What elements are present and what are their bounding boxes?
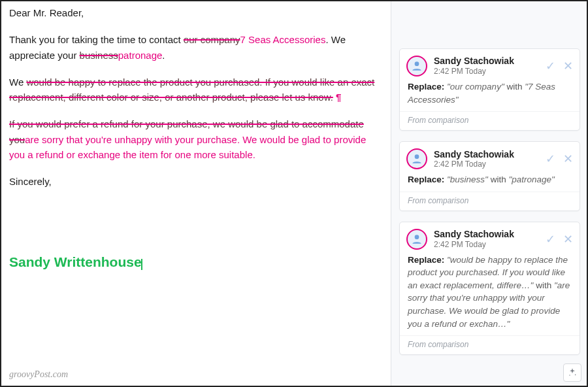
person-icon (410, 152, 423, 165)
comment-footer: From comparison (400, 335, 580, 354)
accept-button[interactable] (546, 60, 555, 72)
reject-button[interactable] (563, 233, 573, 245)
comment-author-block: Sandy Stachowiak 2:42 PM Today (434, 56, 543, 76)
paragraph-3: If you would prefer a refund for your pu… (9, 116, 378, 162)
watermark: groovyPost.com (9, 367, 68, 382)
paragraph-1: Thank you for taking the time to contact… (9, 32, 378, 63)
comment-card[interactable]: Sandy Stachowiak 2:42 PM Today Replace: … (399, 48, 580, 131)
comment-actions (546, 60, 573, 72)
comment-footer: From comparison (400, 111, 580, 130)
comment-card[interactable]: Sandy Stachowiak 2:42 PM Today Replace: … (399, 141, 580, 211)
pilcrow-icon: ¶ (333, 92, 342, 103)
p1-text-pre: Thank you for taking the time to contact (9, 34, 184, 45)
replace-old: "our company" (447, 82, 504, 92)
p1-deletion-1: our company (184, 34, 240, 45)
comment-header: Sandy Stachowiak 2:42 PM Today (400, 222, 580, 254)
replace-new: "patronage" (508, 175, 554, 184)
reject-button[interactable] (563, 153, 573, 165)
avatar (406, 56, 427, 76)
replace-label: Replace: (408, 255, 444, 265)
comment-footer: From comparison (400, 192, 580, 210)
accept-button[interactable] (546, 233, 555, 245)
comment-header: Sandy Stachowiak 2:42 PM Today (400, 49, 580, 80)
p1-insertion-1: 7 Seas Accessories (240, 34, 326, 45)
comment-author: Sandy Stachowiak (434, 56, 543, 67)
explore-button[interactable] (563, 363, 581, 382)
comment-actions (546, 153, 573, 165)
svg-point-1 (415, 154, 419, 159)
comment-author: Sandy Stachowiak (434, 229, 543, 240)
comment-header: Sandy Stachowiak 2:42 PM Today (400, 142, 580, 173)
comment-card[interactable]: Sandy Stachowiak 2:42 PM Today Replace: … (399, 222, 580, 355)
comment-body: Replace: "would be happy to replace the … (400, 254, 580, 335)
comment-author-block: Sandy Stachowiak 2:42 PM Today (434, 229, 543, 249)
closing-line: Sincerely, (9, 174, 378, 189)
comment-time: 2:42 PM Today (434, 67, 543, 76)
document-pane[interactable]: Dear Mr. Reader, Thank you for taking th… (1, 1, 391, 386)
app-frame: Dear Mr. Reader, Thank you for taking th… (0, 0, 588, 387)
with-label: with (491, 175, 506, 184)
text-cursor (141, 259, 142, 270)
avatar (406, 229, 427, 250)
svg-point-4 (569, 375, 570, 375)
p3-text-post: . (253, 149, 255, 160)
comment-body: Replace: "our company" with "7 Seas Acce… (400, 80, 580, 111)
svg-point-0 (415, 61, 419, 66)
comment-author-block: Sandy Stachowiak 2:42 PM Today (434, 149, 543, 169)
with-label: with (506, 82, 522, 92)
replace-old: "business" (447, 175, 488, 184)
svg-point-3 (575, 375, 576, 376)
p1-insertion-2: patronage (118, 50, 163, 61)
with-label: with (536, 280, 551, 290)
p2-deletion: would be happy to replace the product yo… (9, 76, 374, 103)
comment-time: 2:42 PM Today (434, 160, 543, 169)
accept-button[interactable] (546, 153, 555, 165)
signature: Sandy Writtenhouse (9, 252, 142, 273)
replace-label: Replace: (408, 82, 444, 92)
paragraph-2: We would be happy to replace the product… (9, 75, 378, 105)
comments-sidebar: Sandy Stachowiak 2:42 PM Today Replace: … (391, 1, 587, 386)
person-icon (410, 233, 423, 246)
p3-insertion: are sorry that you're unhappy with your … (9, 134, 366, 160)
svg-point-2 (415, 235, 419, 239)
comment-author: Sandy Stachowiak (434, 149, 543, 160)
comment-time: 2:42 PM Today (434, 240, 543, 249)
replace-label: Replace: (408, 175, 444, 184)
person-icon (410, 59, 423, 73)
greeting-line: Dear Mr. Reader, (9, 5, 378, 20)
p1-text-post: . (162, 50, 165, 61)
reject-button[interactable] (563, 60, 573, 72)
p2-text-pre: We (9, 76, 26, 88)
avatar (406, 148, 427, 169)
comment-actions (546, 233, 573, 245)
sparkle-icon (567, 367, 578, 378)
comment-body: Replace: "business" with "patronage" (400, 173, 580, 192)
p1-deletion-2: business (80, 50, 118, 61)
